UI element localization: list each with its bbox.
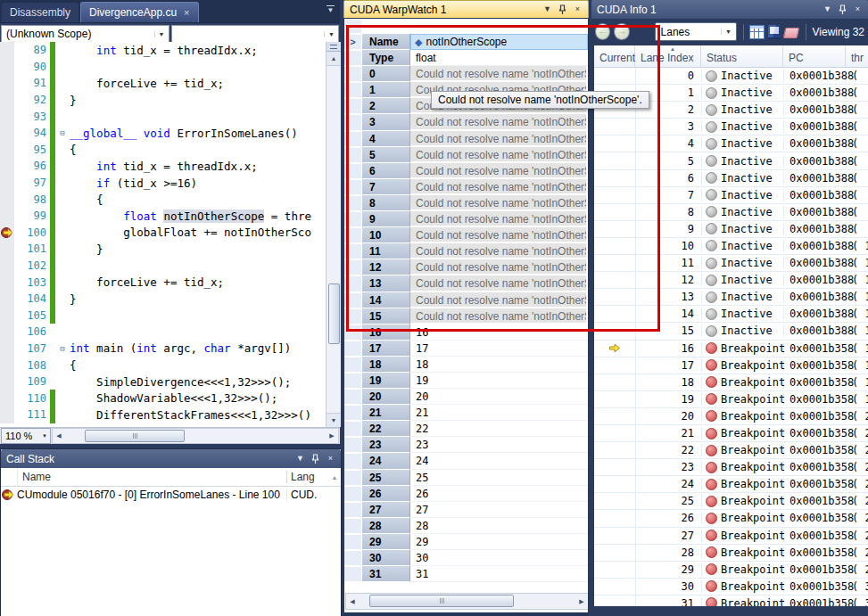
column-header-lang[interactable]: Lang — [286, 471, 328, 483]
breakpoint-margin[interactable] — [0, 59, 14, 76]
zoom-level-dropdown[interactable]: 110 % ▼ — [1, 428, 51, 444]
breakpoint-margin[interactable] — [0, 341, 14, 357]
warpwatch-titlebar[interactable]: CUDA WarpWatch 1 ▼ × — [343, 0, 589, 18]
code-line[interactable]: 108{ — [0, 357, 326, 374]
code-line[interactable]: 107⊟int main (int argc, char *argv[]) — [0, 341, 326, 357]
callstack-titlebar[interactable]: Call Stack ▼ × — [1, 449, 341, 468]
cudainfo-lane-row[interactable]: 8Inactive0x0001b388( — [594, 204, 868, 221]
code-line[interactable]: 100 globalFloat += notInOtherSco — [0, 225, 326, 242]
cudainfo-lane-row[interactable]: 20Breakpoint0x0001b358( 2 — [594, 408, 868, 425]
cudainfo-lane-row[interactable]: 0Inactive0x0001b388( — [594, 68, 868, 85]
scroll-down-icon[interactable]: ▼ — [327, 413, 341, 427]
warpwatch-type-row[interactable]: Typefloat — [344, 50, 588, 66]
scope-dropdown[interactable]: (Unknown Scope) ▼ — [1, 25, 169, 43]
code-line[interactable]: 109 SimpleDivergence<<<1,32>>>(); — [0, 374, 326, 390]
warpwatch-lane-row[interactable]: 1717 — [344, 341, 588, 357]
warpwatch-lane-row[interactable]: 2424 — [344, 453, 588, 469]
breakpoint-margin[interactable] — [0, 191, 14, 208]
breakpoint-margin[interactable] — [0, 357, 14, 374]
scroll-right-icon[interactable]: ▶ — [575, 598, 588, 605]
breakpoint-margin[interactable] — [0, 291, 14, 308]
close-icon[interactable]: × — [851, 4, 864, 16]
scroll-left-icon[interactable]: ◀ — [346, 598, 359, 605]
breakpoint-margin[interactable] — [0, 142, 14, 159]
code-line[interactable]: 101 } — [0, 241, 326, 258]
code-line[interactable]: 90 — [0, 59, 326, 76]
cudainfo-titlebar[interactable]: CUDA Info 1 ▼ × — [591, 0, 868, 19]
fold-marker-icon[interactable]: ⊟ — [55, 344, 70, 353]
breakpoint-margin[interactable] — [0, 75, 14, 92]
code-line[interactable]: 99 float notInOtherScope = thre — [0, 208, 326, 225]
warpwatch-lane-row[interactable]: 3Could not resolve name 'notInOtherSco — [344, 114, 588, 130]
cudainfo-lane-row[interactable]: 17Breakpoint0x0001b358( 1 — [594, 357, 868, 374]
cudainfo-lane-row[interactable]: 4Inactive0x0001b388( — [594, 136, 868, 152]
cudainfo-lane-row[interactable]: 7Inactive0x0001b388( — [594, 187, 868, 204]
scrollbar-track[interactable] — [359, 594, 575, 609]
tab-disassembly[interactable]: Disassembly — [2, 3, 79, 22]
splitter-grip-icon[interactable] — [327, 42, 341, 52]
warpwatch-lane-row[interactable]: 5Could not resolve name 'notInOtherSco — [344, 147, 588, 163]
cudainfo-lane-row[interactable]: 30Breakpoint0x0001b358( 3 — [594, 579, 868, 595]
cudainfo-lane-row[interactable]: 31Breakpoint0x0001b358( 3 — [594, 595, 868, 606]
chevron-down-icon[interactable]: ▼ — [39, 433, 50, 439]
cudainfo-lane-row[interactable]: 19Breakpoint0x0001b358( 1 — [594, 391, 868, 408]
code-line[interactable]: 93 — [0, 108, 326, 125]
breakpoint-margin[interactable] — [0, 407, 14, 423]
breakpoint-margin[interactable] — [0, 308, 14, 324]
scroll-right-icon[interactable]: ▶ — [326, 432, 338, 439]
breakpoint-margin[interactable] — [0, 374, 14, 390]
tab-close-icon[interactable]: × — [184, 7, 189, 18]
code-line[interactable]: 102 — [0, 258, 326, 275]
editor-horizontal-scrollbar[interactable]: ◀ ▶ — [52, 428, 339, 444]
cudainfo-lane-row[interactable]: 24Breakpoint0x0001b358( 2 — [594, 476, 868, 493]
scrollbar-track[interactable] — [65, 429, 326, 443]
window-menu-icon[interactable]: ▼ — [821, 4, 834, 16]
cudainfo-lane-row[interactable]: 12Inactive0x0001b388( 1 — [594, 272, 868, 289]
code-line[interactable]: 96 int tid_x = threadIdx.x; — [0, 158, 326, 175]
breakpoint-margin[interactable] — [0, 274, 14, 291]
warpwatch-lane-row[interactable]: 9Could not resolve name 'notInOtherSco — [344, 211, 588, 227]
code-line[interactable]: 92} — [0, 92, 326, 109]
cudainfo-lane-row[interactable]: 27Breakpoint0x0001b358( 2 — [594, 528, 868, 545]
code-line[interactable]: 111 DifferentStackFrames<<<1,32>>>() — [0, 407, 326, 423]
cudainfo-lane-row[interactable]: 14Inactive0x0001b388( 1 — [594, 306, 868, 323]
code-line[interactable]: 95{ — [0, 142, 326, 159]
warpwatch-lane-row[interactable]: 7Could not resolve name 'notInOtherSco — [344, 179, 588, 195]
cudainfo-lane-row[interactable]: 5Inactive0x0001b388( — [594, 152, 868, 169]
warpwatch-lane-row[interactable]: 6Could not resolve name 'notInOtherSco — [344, 163, 588, 179]
grid-view-icon[interactable] — [749, 25, 764, 39]
breakpoint-margin[interactable] — [0, 125, 14, 142]
code-line[interactable]: 97 if (tid_x >=16) — [0, 175, 326, 192]
cudainfo-lane-row[interactable]: 28Breakpoint0x0001b358( 2 — [594, 545, 868, 562]
code-line[interactable]: 106 — [0, 324, 326, 341]
warpwatch-lane-row[interactable]: 1616 — [344, 324, 588, 341]
code-editor-area[interactable]: 89 int tid_x = threadIdx.x;9091 forceLiv… — [0, 42, 326, 427]
warpwatch-lane-row[interactable]: 1818 — [344, 357, 588, 373]
column-header-current[interactable]: Current — [594, 45, 635, 67]
scroll-up-icon[interactable]: ▲ — [327, 52, 341, 66]
pin-icon[interactable] — [556, 4, 569, 16]
scroll-left-icon[interactable]: ◀ — [53, 432, 65, 439]
breakpoint-margin[interactable] — [0, 108, 14, 125]
member-dropdown[interactable]: ▼ — [171, 25, 340, 43]
breakpoint-margin[interactable] — [0, 225, 14, 242]
chevron-down-icon[interactable]: ▼ — [324, 31, 338, 37]
warpwatch-lane-row[interactable]: 2020 — [344, 389, 588, 405]
warpwatch-lane-row[interactable]: 12Could not resolve name 'notInOtherSco — [344, 259, 588, 275]
cudainfo-lane-row[interactable]: 22Breakpoint0x0001b358( 2 — [594, 442, 868, 459]
window-menu-icon[interactable]: ▼ — [541, 4, 554, 16]
warpwatch-lane-row[interactable]: 11Could not resolve name 'notInOtherSco — [344, 243, 588, 259]
code-line[interactable]: 104} — [0, 291, 326, 308]
close-icon[interactable]: × — [324, 453, 337, 465]
code-line[interactable]: 110 ShadowVariable<<<1,32>>>(); — [0, 390, 326, 407]
warpwatch-lane-row[interactable]: 1919 — [344, 373, 588, 389]
warpwatch-lane-row[interactable]: 2121 — [344, 405, 588, 421]
warpwatch-lane-row[interactable]: 2525 — [344, 470, 588, 486]
cudainfo-lane-row[interactable]: 10Inactive0x0001b388( 1 — [594, 238, 868, 255]
cudainfo-lane-row[interactable]: 25Breakpoint0x0001b358( 2 — [594, 493, 868, 510]
chevron-down-icon[interactable]: ▼ — [721, 29, 736, 35]
code-line[interactable]: 94⊟__global__ void ErrorInSomeLanes() — [0, 125, 326, 142]
column-header-pc[interactable]: PC — [783, 45, 846, 67]
warpwatch-lane-row[interactable]: 0Could not resolve name 'notInOtherSco — [344, 66, 588, 82]
scrollbar-thumb[interactable] — [369, 595, 514, 607]
